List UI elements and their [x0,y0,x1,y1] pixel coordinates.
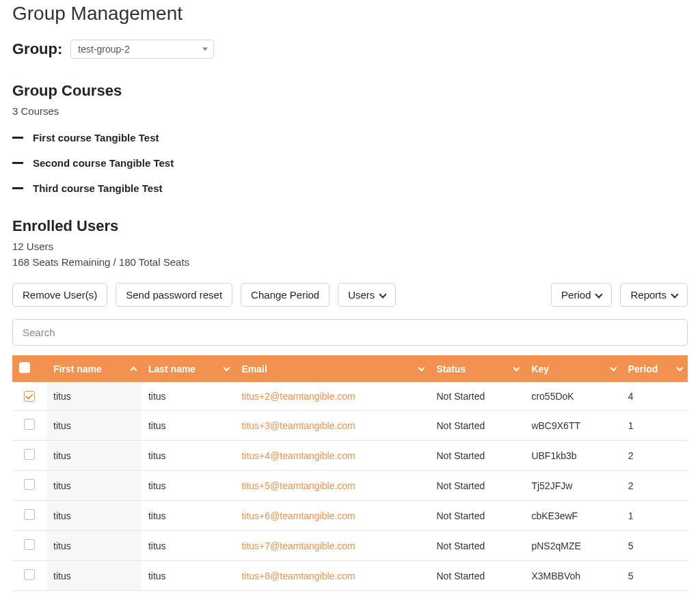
row-checkbox[interactable] [24,569,35,580]
select-all-checkbox[interactable] [19,362,30,373]
dash-icon [12,137,23,139]
users-count: 12 Users [12,241,688,252]
col-email[interactable]: Email [234,355,429,382]
dash-icon [12,187,23,189]
email-link[interactable]: titus+8@teamtangible.com [241,571,355,581]
group-select[interactable]: test-group-2 [70,40,214,59]
seats-text: 168 Seats Remaining / 180 Total Seats [12,256,688,268]
cell-last-name: titus [142,471,235,501]
col-status-label: Status [436,363,466,374]
col-key-label: Key [531,363,549,374]
page-title: Group Management [12,3,688,25]
col-period-label: Period [628,363,658,374]
row-checkbox[interactable] [24,479,35,490]
reports-dropdown[interactable]: Reports [620,283,688,307]
table-row: titustitustitus+5@teamtangible.comNot St… [12,471,688,501]
cell-period: 2 [621,471,688,501]
email-link[interactable]: titus+6@teamtangible.com [241,510,355,521]
col-first-name[interactable]: First name [46,355,142,382]
cell-email: titus+5@teamtangible.com [234,471,429,501]
col-email-label: Email [241,363,267,374]
table-row: titustitustitus+2@teamtangible.comNot St… [12,382,688,411]
col-key[interactable]: Key [524,355,621,382]
col-status[interactable]: Status [429,355,524,382]
cell-last-name: titus [142,441,235,471]
cell-period: 4 [621,382,688,411]
cell-first-name: titus [46,561,142,591]
chevron-down-icon [379,290,387,298]
cell-period: 1 [621,501,688,531]
row-checkbox[interactable] [24,419,35,430]
course-name: Third course Tangible Test [33,182,162,194]
sort-icon [419,363,424,374]
sort-icon [677,363,682,374]
cell-key: UBF1kb3b [524,441,621,471]
row-checkbox[interactable] [24,449,35,460]
cell-status: Not Started [429,471,524,501]
course-item: First course Tangible Test [12,132,688,143]
period-dropdown[interactable]: Period [551,283,612,307]
sort-icon [611,363,616,374]
email-link[interactable]: titus+3@teamtangible.com [241,420,355,431]
cell-status: Not Started [429,561,524,591]
cell-first-name: titus [46,411,142,441]
row-checkbox[interactable] [24,391,35,402]
cell-key: cbKE3ewF [524,501,621,531]
course-item: Second course Tangible Test [12,157,688,169]
col-last-name[interactable]: Last name [142,355,235,382]
group-label: Group: [12,40,62,58]
cell-period: 2 [621,441,688,471]
cell-first-name: titus [46,501,142,531]
chevron-down-icon [671,290,678,298]
send-password-reset-button[interactable]: Send password reset [116,283,232,307]
cell-last-name: titus [142,531,235,561]
cell-period: 1 [621,411,688,441]
dash-icon [12,162,23,164]
cell-status: Not Started [429,411,524,441]
cell-status: Not Started [429,531,524,561]
table-row: titustitustitus+3@teamtangible.comNot St… [12,411,688,441]
cell-last-name: titus [142,382,235,411]
course-item: Third course Tangible Test [12,182,688,194]
email-link[interactable]: titus+4@teamtangible.com [241,450,355,461]
reports-dropdown-label: Reports [630,289,667,301]
enrolled-users-heading: Enrolled Users [12,217,688,235]
users-dropdown[interactable]: Users [338,283,396,307]
table-row: titustitustitus+6@teamtangible.comNot St… [12,501,688,531]
period-dropdown-label: Period [561,289,591,301]
cell-first-name: titus [46,382,142,411]
email-link[interactable]: titus+5@teamtangible.com [241,480,355,491]
group-courses-heading: Group Courses [12,82,688,100]
cell-key: wBC9X6TT [524,411,621,441]
users-dropdown-label: Users [348,289,375,301]
email-link[interactable]: titus+2@teamtangible.com [241,391,355,402]
course-name: Second course Tangible Test [33,157,174,169]
change-period-button[interactable]: Change Period [241,283,329,307]
cell-key: pNS2qMZE [524,531,621,561]
cell-first-name: titus [46,441,142,471]
cell-first-name: titus [46,531,142,561]
cell-last-name: titus [142,501,235,531]
chevron-down-icon [595,290,603,298]
table-row: titustitustitus+7@teamtangible.comNot St… [12,531,688,561]
cell-period: 5 [621,531,688,561]
cell-key: Tj52JFJw [524,471,621,501]
cell-email: titus+4@teamtangible.com [234,441,429,471]
chevron-down-icon [202,48,208,51]
col-period[interactable]: Period [621,355,688,382]
row-checkbox[interactable] [24,539,35,550]
search-input[interactable] [12,319,688,346]
users-table: First name Last name Email Status Key Pe… [12,355,688,591]
email-link[interactable]: titus+7@teamtangible.com [241,540,355,551]
remove-users-button[interactable]: Remove User(s) [12,283,107,307]
cell-email: titus+3@teamtangible.com [234,411,429,441]
group-selector-row: Group: test-group-2 [12,40,688,59]
sort-icon [224,363,229,374]
sort-icon [514,363,519,374]
courses-count: 3 Courses [12,105,688,117]
cell-key: X3MBBVoh [524,561,621,591]
row-checkbox[interactable] [24,509,35,520]
cell-status: Not Started [429,501,524,531]
col-last-name-label: Last name [148,363,196,374]
toolbar: Remove User(s) Send password reset Chang… [12,283,688,307]
